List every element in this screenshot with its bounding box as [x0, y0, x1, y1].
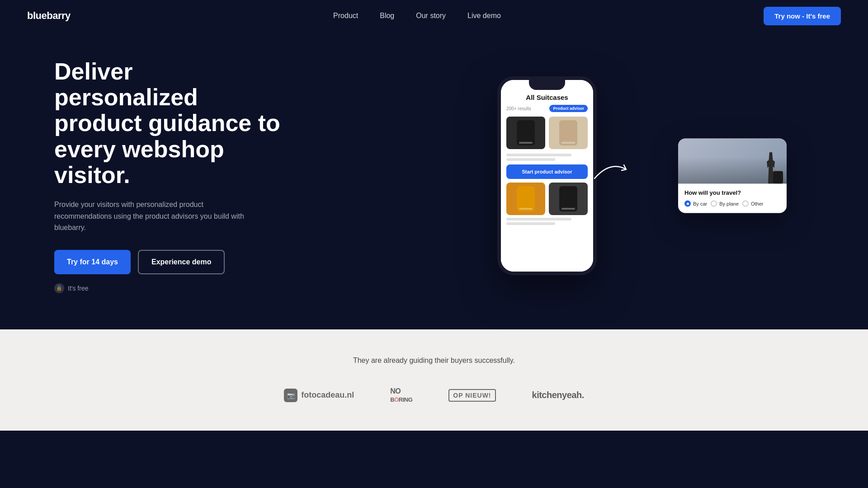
- hero-section: Deliver personalized product guidance to…: [0, 32, 868, 329]
- travel-card-body: How will you travel? By car By plane Oth…: [678, 184, 787, 213]
- option-by-car[interactable]: By car: [684, 201, 707, 207]
- option-car-label: By car: [693, 201, 707, 206]
- skeleton-line-2: [506, 158, 555, 161]
- hero-buttons: Try for 14 days Experience demo: [54, 250, 280, 274]
- nav-links: Product Blog Our story Live demo: [333, 12, 501, 20]
- hero-subtitle: Provide your visitors with personalized …: [54, 199, 244, 234]
- phone-results-count: 200+ results: [506, 106, 531, 111]
- phone-mockup: All Suitcases 200+ results Product advis…: [497, 76, 597, 275]
- travel-question: How will you travel?: [684, 189, 780, 196]
- logo-kitchenyeah: kitchenyeah.: [532, 390, 584, 400]
- option-other[interactable]: Other: [742, 201, 764, 207]
- op-nieuw-text: OP NIEUW!: [448, 389, 495, 402]
- logo-noboring: NOBÖRING: [390, 387, 412, 404]
- skeleton-top: [506, 154, 588, 161]
- travel-card: How will you travel? By car By plane Oth…: [678, 139, 787, 213]
- skeleton-line-1: [506, 154, 571, 156]
- suitcase-charcoal: [559, 186, 577, 211]
- footnote-text: It's free: [68, 285, 88, 292]
- bottom-section: They are already guiding their buyers su…: [0, 329, 868, 431]
- logos-row: 📷 fotocadeau.nl NOBÖRING OP NIEUW! kitch…: [54, 387, 814, 404]
- phone-top-products: [506, 117, 588, 149]
- phone-meta: 200+ results Product advisor: [506, 105, 588, 112]
- logo-opnieuw: OP NIEUW!: [448, 389, 495, 402]
- suitcase-silhouette-small: [773, 171, 783, 184]
- skeleton-bottom: [506, 218, 588, 225]
- bottom-tagline: They are already guiding their buyers su…: [54, 357, 814, 365]
- demo-button[interactable]: Experience demo: [138, 250, 225, 274]
- nav-live-demo[interactable]: Live demo: [467, 12, 501, 19]
- curved-arrow: [592, 156, 628, 185]
- nav-product[interactable]: Product: [333, 12, 358, 19]
- nav-cta-button[interactable]: Try now - It's free: [764, 7, 841, 25]
- phone-notch: [529, 80, 565, 90]
- phone-screen-title: All Suitcases: [506, 94, 588, 101]
- skeleton-line-4: [506, 222, 555, 225]
- hero-visual: All Suitcases 200+ results Product advis…: [280, 76, 814, 275]
- product-card-4: [549, 183, 588, 215]
- camera-icon: 📷: [284, 389, 297, 402]
- navbar: bluebarry Product Blog Our story Live de…: [0, 0, 868, 32]
- kitchenyeah-text: kitchenyeah.: [532, 390, 584, 400]
- hero-content: Deliver personalized product guidance to…: [54, 59, 280, 293]
- option-plane-label: By plane: [719, 201, 739, 206]
- suitcase-yellow: [517, 186, 535, 211]
- phone-frame: All Suitcases 200+ results Product advis…: [497, 76, 597, 275]
- nav-our-story[interactable]: Our story: [416, 12, 446, 19]
- radio-car-selected: [684, 201, 691, 207]
- skeleton-line-3: [506, 218, 571, 221]
- brand-logo[interactable]: bluebarry: [27, 10, 71, 22]
- product-card-3: [506, 183, 545, 215]
- radio-plane-unselected: [711, 201, 717, 207]
- product-card-1: [506, 117, 545, 149]
- hero-title: Deliver personalized product guidance to…: [54, 59, 280, 188]
- try-now-button[interactable]: Try for 14 days: [54, 250, 131, 274]
- logo-fotocadeau-text: fotocadeau.nl: [301, 390, 354, 400]
- option-other-label: Other: [751, 201, 764, 206]
- travel-card-image: [678, 139, 787, 184]
- phone-bottom-products: [506, 183, 588, 215]
- logo-fotocadeau: 📷 fotocadeau.nl: [284, 389, 354, 402]
- lock-icon: 🔒: [54, 283, 64, 293]
- phone-badge: Product advisor: [549, 105, 588, 112]
- hero-footnote: 🔒 It's free: [54, 283, 280, 293]
- phone-content: All Suitcases 200+ results Product advis…: [501, 80, 593, 272]
- travel-options: By car By plane Other: [684, 201, 780, 207]
- product-card-2: [549, 117, 588, 149]
- suitcase-beige: [559, 120, 577, 145]
- suitcase-dark: [517, 120, 535, 145]
- no-boring-text: NOBÖRING: [390, 387, 412, 404]
- nav-blog[interactable]: Blog: [380, 12, 394, 19]
- phone-cta-btn[interactable]: Start product advisor: [506, 164, 588, 179]
- option-by-plane[interactable]: By plane: [711, 201, 739, 207]
- radio-other-unselected: [742, 201, 749, 207]
